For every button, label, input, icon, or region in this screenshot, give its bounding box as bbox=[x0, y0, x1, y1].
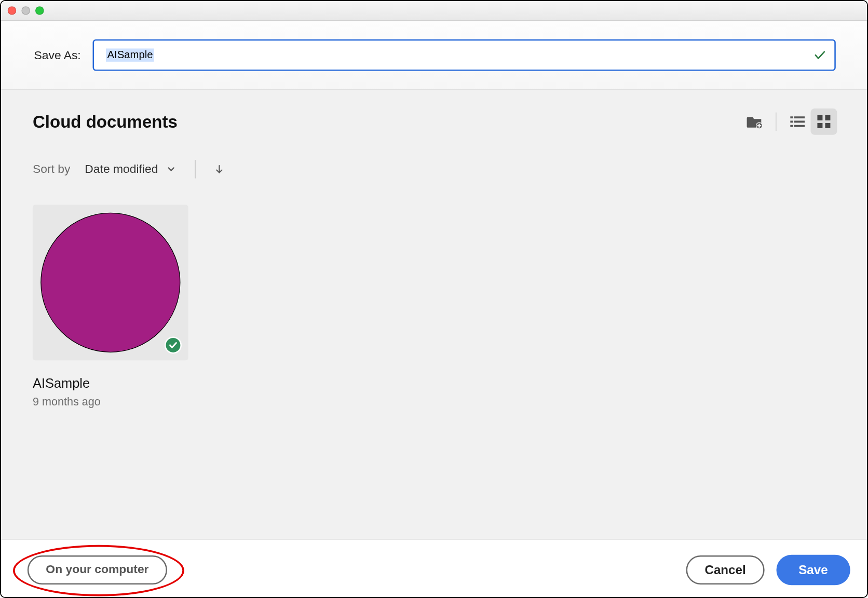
save-as-field[interactable]: AISample bbox=[93, 39, 836, 71]
svg-rect-6 bbox=[790, 121, 793, 123]
divider bbox=[195, 160, 195, 179]
grid-icon bbox=[817, 115, 830, 128]
section-title: Cloud documents bbox=[33, 112, 178, 132]
svg-rect-13 bbox=[825, 123, 831, 128]
svg-rect-4 bbox=[790, 116, 793, 118]
divider bbox=[776, 113, 776, 131]
svg-rect-7 bbox=[794, 121, 805, 123]
document-thumbnail[interactable] bbox=[33, 205, 188, 360]
window-minimize-button[interactable] bbox=[21, 6, 30, 15]
document-item[interactable]: AISample 9 months ago bbox=[33, 205, 188, 408]
save-as-label: Save As: bbox=[34, 48, 81, 62]
new-folder-button[interactable] bbox=[741, 108, 768, 135]
svg-rect-9 bbox=[794, 125, 805, 127]
grid-view-button[interactable] bbox=[811, 108, 837, 135]
titlebar bbox=[1, 1, 868, 21]
sync-badge bbox=[165, 336, 182, 354]
svg-rect-8 bbox=[790, 125, 793, 127]
window-close-button[interactable] bbox=[8, 6, 17, 15]
document-meta: 9 months ago bbox=[33, 395, 188, 408]
sort-direction-button[interactable] bbox=[214, 163, 224, 175]
sort-label: Sort by bbox=[33, 162, 70, 176]
svg-rect-3 bbox=[757, 125, 762, 127]
list-view-button[interactable] bbox=[784, 108, 811, 135]
checkmark-icon bbox=[813, 48, 826, 61]
sort-select[interactable]: Date modified bbox=[85, 162, 177, 176]
on-your-computer-button[interactable]: On your computer bbox=[28, 555, 167, 584]
main-panel: Cloud documents Sort by Date modified bbox=[1, 90, 868, 539]
chevron-down-icon bbox=[166, 164, 177, 174]
cancel-button[interactable]: Cancel bbox=[686, 555, 764, 584]
header-actions bbox=[741, 108, 837, 135]
svg-rect-11 bbox=[825, 115, 831, 120]
arrow-down-icon bbox=[214, 163, 224, 175]
documents-grid: AISample 9 months ago bbox=[33, 205, 837, 408]
svg-rect-12 bbox=[817, 123, 822, 128]
section-header: Cloud documents bbox=[33, 108, 837, 135]
sort-row: Sort by Date modified bbox=[33, 160, 837, 179]
sort-selected: Date modified bbox=[85, 162, 158, 176]
svg-rect-5 bbox=[794, 116, 805, 118]
window-fullscreen-button[interactable] bbox=[35, 6, 44, 15]
save-as-value[interactable]: AISample bbox=[106, 48, 154, 61]
check-icon bbox=[169, 341, 178, 350]
document-name: AISample bbox=[33, 376, 188, 391]
footer: On your computer Cancel Save bbox=[1, 539, 868, 598]
svg-rect-10 bbox=[817, 115, 822, 120]
save-button[interactable]: Save bbox=[776, 554, 850, 585]
thumbnail-artwork bbox=[40, 213, 180, 352]
list-icon bbox=[790, 116, 805, 128]
save-as-bar: Save As: AISample bbox=[1, 21, 868, 90]
folder-plus-icon bbox=[747, 114, 762, 129]
